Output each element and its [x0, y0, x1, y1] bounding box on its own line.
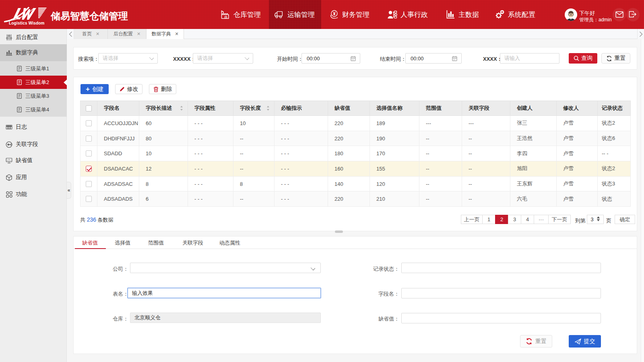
svg-text:Logistics Wisdom: Logistics Wisdom — [9, 21, 45, 25]
